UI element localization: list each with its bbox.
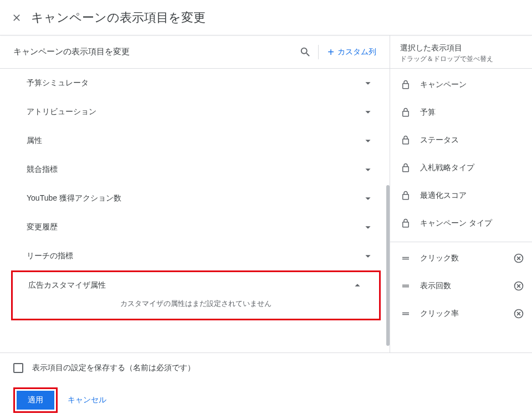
drag-handle-icon[interactable] xyxy=(400,253,411,264)
chevron-down-icon xyxy=(362,77,374,89)
drag-handle-icon[interactable] xyxy=(400,308,411,319)
locked-item: キャンペーン タイプ xyxy=(390,209,532,237)
dialog-header: キャンペーンの表示項目を変更 xyxy=(0,0,532,35)
lock-icon xyxy=(400,190,411,201)
search-icon[interactable] xyxy=(299,46,311,58)
save-label: 表示項目の設定を保存する（名前は必須です） xyxy=(32,363,195,373)
locked-item-label: 入札戦略タイプ xyxy=(420,163,524,173)
category-label: リーチの指標 xyxy=(27,251,362,261)
remove-icon[interactable] xyxy=(513,280,524,292)
lock-icon xyxy=(400,107,411,118)
category-row[interactable]: 競合指標 xyxy=(0,155,390,184)
category-label: 競合指標 xyxy=(27,165,362,175)
locked-item: ステータス xyxy=(390,126,532,154)
chevron-down-icon xyxy=(362,135,374,147)
lock-icon xyxy=(400,135,411,146)
custom-column-label: カスタム列 xyxy=(337,47,376,57)
locked-item: 入札戦略タイプ xyxy=(390,154,532,182)
chevron-up-icon xyxy=(351,279,364,292)
removable-item[interactable]: 表示回数 xyxy=(390,272,532,300)
lock-icon xyxy=(400,162,411,173)
category-label: YouTube 獲得アクション数 xyxy=(27,193,362,203)
category-label: 属性 xyxy=(27,136,362,146)
save-settings-row: 表示項目の設定を保存する（名前は必須です） xyxy=(13,363,519,373)
plus-icon: + xyxy=(328,47,334,58)
category-row[interactable]: 変更履歴 xyxy=(0,213,390,242)
selected-columns-header: 選択した表示項目 ドラッグ＆ドロップで並べ替え xyxy=(390,35,532,69)
dialog-footer: 表示項目の設定を保存する（名前は必須です） 適用 キャンセル xyxy=(0,352,532,419)
custom-column-button[interactable]: + カスタム列 xyxy=(325,47,378,58)
locked-item: キャンペーン xyxy=(390,71,532,99)
category-row[interactable]: 予算シミュレータ xyxy=(0,69,390,98)
dialog-body: キャンペーンの表示項目を変更 + カスタム列 予算シミュレータ アトリビューショ… xyxy=(0,35,532,352)
scrollbar[interactable] xyxy=(386,185,390,346)
removable-item-label: クリック率 xyxy=(420,309,504,319)
removable-item-label: クリック数 xyxy=(420,253,504,263)
save-checkbox[interactable] xyxy=(13,363,23,373)
chevron-down-icon xyxy=(362,163,374,176)
locked-item-label: ステータス xyxy=(420,135,524,145)
lock-icon xyxy=(400,218,411,229)
divider xyxy=(390,242,532,242)
selected-columns-title: 選択した表示項目 xyxy=(400,43,522,53)
category-label: 広告カスタマイザ属性 xyxy=(28,280,351,290)
right-panel: 選択した表示項目 ドラッグ＆ドロップで並べ替え キャンペーン 予算 ステータス … xyxy=(390,35,532,352)
close-icon[interactable] xyxy=(11,12,27,23)
category-row[interactable]: 属性 xyxy=(0,126,390,155)
button-row: 適用 キャンセル xyxy=(13,387,519,413)
drag-handle-icon[interactable] xyxy=(400,280,411,292)
locked-item-label: キャンペーン タイプ xyxy=(420,218,524,228)
removable-item[interactable]: クリック率 xyxy=(390,300,532,328)
category-row[interactable]: アトリビューション xyxy=(0,98,390,126)
dialog-title: キャンペーンの表示項目を変更 xyxy=(31,9,206,26)
removable-item[interactable]: クリック数 xyxy=(390,244,532,272)
left-panel: キャンペーンの表示項目を変更 + カスタム列 予算シミュレータ アトリビューショ… xyxy=(0,35,390,352)
lock-icon xyxy=(400,79,411,90)
category-row-expanded[interactable]: 広告カスタマイザ属性 xyxy=(13,272,379,299)
category-row[interactable]: YouTube 獲得アクション数 xyxy=(0,184,390,213)
locked-item-label: キャンペーン xyxy=(420,80,524,90)
chevron-down-icon xyxy=(362,250,374,262)
chevron-down-icon xyxy=(362,221,374,233)
apply-highlight: 適用 xyxy=(13,387,58,413)
locked-item: 予算 xyxy=(390,99,532,126)
cancel-button[interactable]: キャンセル xyxy=(68,395,106,405)
expanded-category-highlight: 広告カスタマイザ属性 カスタマイザの属性はまだ設定されていません xyxy=(11,270,381,320)
search-row: キャンペーンの表示項目を変更 + カスタム列 xyxy=(0,35,390,69)
selected-columns-list: キャンペーン 予算 ステータス 入札戦略タイプ 最適化スコア キャンペーン タイ… xyxy=(390,69,532,330)
category-label: 変更履歴 xyxy=(27,222,362,232)
remove-icon[interactable] xyxy=(513,308,524,319)
selected-columns-subtitle: ドラッグ＆ドロップで並べ替え xyxy=(400,54,522,64)
category-label: アトリビューション xyxy=(27,107,362,117)
empty-message: カスタマイザの属性はまだ設定されていません xyxy=(13,299,379,319)
chevron-down-icon xyxy=(362,106,374,118)
locked-item-label: 最適化スコア xyxy=(420,191,524,201)
category-list: 予算シミュレータ アトリビューション 属性 競合指標 YouTube 獲得アクシ… xyxy=(0,69,390,352)
remove-icon[interactable] xyxy=(513,253,524,264)
removable-item-label: 表示回数 xyxy=(420,281,504,291)
apply-button[interactable]: 適用 xyxy=(17,391,54,410)
chevron-down-icon xyxy=(362,192,374,205)
locked-item: 最適化スコア xyxy=(390,182,532,209)
category-label: 予算シミュレータ xyxy=(27,78,362,88)
search-label: キャンペーンの表示項目を変更 xyxy=(13,47,293,57)
locked-item-label: 予算 xyxy=(420,108,524,117)
category-row[interactable]: リーチの指標 xyxy=(0,242,390,270)
divider xyxy=(318,45,319,59)
